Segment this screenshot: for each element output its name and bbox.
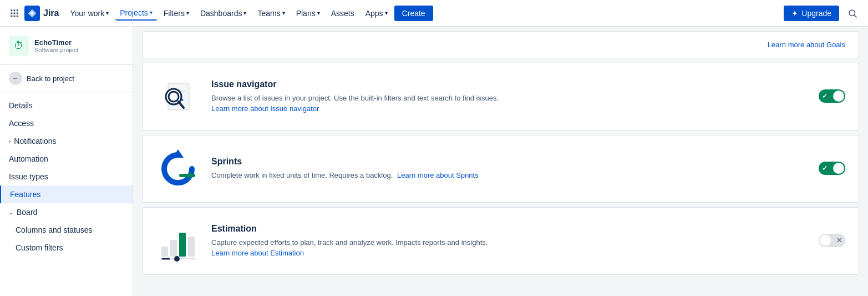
nav-projects-label: Projects (120, 8, 148, 17)
upgrade-label: Upgrade (801, 9, 831, 18)
sidebar-item-columns-statuses[interactable]: Columns and statuses (0, 221, 133, 239)
svg-rect-25 (179, 233, 186, 257)
chevron-down-icon: ▾ (282, 10, 285, 16)
svg-rect-2 (17, 9, 18, 11)
toggle-knob (820, 235, 831, 246)
issue-navigator-icon (156, 74, 200, 119)
sidebar-item-features-label: Features (10, 190, 40, 199)
svg-point-28 (174, 256, 180, 262)
chevron-down-icon: ▾ (385, 10, 388, 16)
issue-navigator-desc: Browse a list of issues in your project.… (211, 93, 808, 114)
chevron-down-icon: ▾ (317, 10, 320, 16)
jira-logo-icon (24, 6, 40, 21)
create-button[interactable]: Create (394, 6, 433, 21)
chevron-down-icon: ▾ (243, 10, 246, 16)
search-button[interactable] (844, 4, 861, 22)
svg-line-11 (854, 15, 856, 17)
svg-rect-26 (188, 237, 195, 257)
nav-left: Jira Your work ▾ Projects ▾ Filters ▾ Da… (7, 6, 433, 21)
estimation-toggle-wrap: ✓ ✕ (819, 234, 845, 249)
sidebar-item-columns-statuses-label: Columns and statuses (16, 225, 93, 234)
sprints-toggle[interactable]: ✓ ✕ (819, 162, 845, 175)
back-arrow-icon: ← (9, 72, 22, 85)
svg-rect-5 (17, 12, 18, 14)
sprints-toggle-wrap: ✓ ✕ (819, 162, 845, 177)
jira-logo[interactable]: Jira (24, 6, 59, 21)
feature-cards-list: Learn more about Goals (133, 31, 868, 275)
jira-logo-text: Jira (43, 8, 59, 18)
sidebar-item-automation[interactable]: Automation (0, 150, 133, 168)
nav-dashboards[interactable]: Dashboards ▾ (196, 7, 251, 20)
sidebar-item-board[interactable]: ⌄ Board (0, 203, 133, 221)
svg-point-9 (31, 12, 34, 14)
issue-navigator-desc-text: Browse a list of issues in your project.… (211, 94, 499, 102)
sprints-icon (156, 147, 200, 191)
issue-navigator-toggle[interactable]: ✓ ✕ (819, 89, 845, 103)
issue-navigator-title: Issue navigator (211, 79, 808, 89)
toggle-check-icon: ✓ (822, 92, 828, 100)
svg-rect-6 (11, 15, 12, 17)
nav-apps[interactable]: Apps ▾ (361, 7, 392, 20)
upgrade-button[interactable]: ✦ Upgrade (784, 6, 839, 21)
sidebar-item-access-label: Access (9, 119, 34, 128)
issue-navigator-link[interactable]: Learn more about Issue navigator (211, 104, 319, 113)
svg-rect-23 (161, 247, 168, 257)
chevron-down-icon: ▾ (186, 10, 189, 16)
estimation-content: Estimation Capture expected efforts to p… (211, 224, 808, 259)
sidebar-item-access[interactable]: Access (0, 114, 133, 132)
nav-projects[interactable]: Projects ▾ (115, 6, 157, 21)
nav-your-work-label: Your work (70, 9, 104, 18)
chevron-down-icon: ▾ (106, 10, 109, 16)
estimation-toggle[interactable]: ✓ ✕ (819, 234, 845, 247)
sidebar-item-issue-types-label: Issue types (9, 172, 48, 181)
sidebar-item-notifications[interactable]: › Notifications (0, 132, 133, 150)
nav-plans[interactable]: Plans ▾ (292, 7, 324, 20)
nav-your-work[interactable]: Your work ▾ (65, 7, 113, 20)
svg-rect-8 (17, 15, 18, 17)
issue-navigator-content: Issue navigator Browse a list of issues … (211, 79, 808, 114)
grid-icon[interactable] (7, 6, 22, 21)
sidebar-item-features[interactable]: Features (0, 185, 133, 203)
sidebar-item-details-label: Details (9, 101, 33, 110)
nav-teams[interactable]: Teams ▾ (253, 7, 289, 20)
project-icon: ⏱ (9, 36, 29, 56)
sidebar-item-issue-types[interactable]: Issue types (0, 168, 133, 185)
svg-point-10 (849, 10, 855, 16)
back-to-project-link[interactable]: ← Back to project (0, 65, 133, 92)
nav-apps-label: Apps (366, 9, 383, 18)
sprints-link[interactable]: Learn more about Sprints (397, 171, 479, 179)
project-type: Software project (34, 47, 78, 53)
back-to-project-label: Back to project (27, 74, 74, 83)
sidebar-item-automation-label: Automation (9, 154, 48, 163)
estimation-desc-text: Capture expected efforts to plan, track … (211, 238, 488, 247)
nav-plans-label: Plans (296, 9, 316, 18)
svg-rect-3 (11, 12, 12, 14)
project-header: ⏱ EchoTimer Software project (0, 27, 133, 65)
estimation-link[interactable]: Learn more about Estimation (211, 249, 304, 257)
nav-assets[interactable]: Assets (327, 7, 359, 20)
nav-dashboards-label: Dashboards (200, 9, 242, 18)
main-layout: ⏱ EchoTimer Software project ← Back to p… (0, 27, 868, 296)
sidebar-item-custom-filters[interactable]: Custom filters (0, 239, 133, 257)
nav-filters[interactable]: Filters ▾ (159, 7, 194, 20)
chevron-down-icon: ⌄ (9, 209, 13, 215)
sprints-desc: Complete work in fixed units of time. Re… (211, 170, 808, 181)
estimation-card: Estimation Capture expected efforts to p… (142, 207, 859, 275)
issue-navigator-card: Issue navigator Browse a list of issues … (142, 63, 859, 131)
nav-assets-label: Assets (331, 9, 354, 18)
toggle-knob (833, 91, 844, 102)
sidebar-navigation: Details Access › Notifications Automatio… (0, 92, 133, 261)
sidebar-item-details[interactable]: Details (0, 97, 133, 114)
sidebar-item-notifications-label: Notifications (14, 137, 56, 146)
sidebar: ⏱ EchoTimer Software project ← Back to p… (0, 27, 133, 296)
svg-rect-24 (170, 240, 177, 257)
chevron-down-icon: ▾ (150, 9, 153, 16)
estimation-icon (156, 219, 200, 263)
svg-rect-0 (11, 9, 12, 11)
nav-right: ✦ Upgrade (784, 4, 861, 22)
goals-learn-more-link[interactable]: Learn more about Goals (768, 41, 845, 49)
toggle-x-icon: ✕ (836, 237, 842, 244)
svg-rect-7 (14, 15, 16, 17)
sprints-card: Sprints Complete work in fixed units of … (142, 135, 859, 203)
sprints-content: Sprints Complete work in fixed units of … (211, 157, 808, 181)
